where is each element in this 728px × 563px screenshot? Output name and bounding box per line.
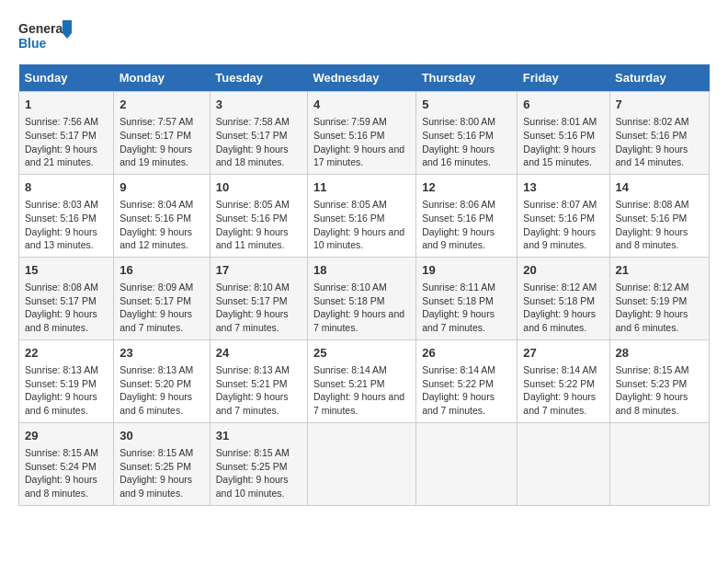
day-number: 30 bbox=[119, 428, 204, 444]
header-cell-sunday: Sunday bbox=[19, 64, 114, 92]
sunset-text: Sunset: 5:16 PM bbox=[523, 130, 595, 141]
calendar-cell: 9Sunrise: 8:04 AMSunset: 5:16 PMDaylight… bbox=[114, 174, 210, 257]
day-number: 20 bbox=[523, 262, 603, 279]
day-number: 11 bbox=[313, 179, 410, 196]
daylight-text: Daylight: 9 hours and 7 minutes. bbox=[216, 308, 289, 333]
calendar-cell: 5Sunrise: 8:00 AMSunset: 5:16 PMDaylight… bbox=[416, 92, 518, 175]
sunset-text: Sunset: 5:16 PM bbox=[616, 130, 688, 141]
daylight-text: Daylight: 9 hours and 9 minutes. bbox=[422, 226, 495, 251]
daylight-text: Daylight: 9 hours and 17 minutes. bbox=[313, 144, 404, 168]
day-number: 25 bbox=[313, 345, 410, 362]
sunset-text: Sunset: 5:16 PM bbox=[25, 213, 97, 224]
day-number: 26 bbox=[422, 345, 511, 362]
daylight-text: Daylight: 9 hours and 18 minutes. bbox=[216, 144, 289, 168]
day-number: 13 bbox=[523, 179, 603, 196]
sunset-text: Sunset: 5:17 PM bbox=[25, 295, 97, 306]
daylight-text: Daylight: 9 hours and 16 minutes. bbox=[422, 144, 495, 168]
day-number: 24 bbox=[216, 345, 301, 362]
calendar-cell: 13Sunrise: 8:07 AMSunset: 5:16 PMDayligh… bbox=[518, 174, 609, 257]
header-row: SundayMondayTuesdayWednesdayThursdayFrid… bbox=[19, 64, 710, 92]
day-number: 6 bbox=[523, 97, 603, 113]
day-number: 17 bbox=[216, 262, 301, 279]
sunrise-text: Sunrise: 8:13 AM bbox=[216, 364, 290, 375]
sunset-text: Sunset: 5:16 PM bbox=[313, 130, 385, 141]
calendar-cell: 1Sunrise: 7:56 AMSunset: 5:17 PMDaylight… bbox=[19, 92, 114, 175]
sunset-text: Sunset: 5:16 PM bbox=[422, 130, 494, 141]
sunrise-text: Sunrise: 8:12 AM bbox=[616, 282, 689, 293]
day-number: 5 bbox=[422, 97, 511, 113]
sunset-text: Sunset: 5:16 PM bbox=[313, 213, 385, 224]
sunrise-text: Sunrise: 8:11 AM bbox=[422, 282, 495, 293]
sunrise-text: Sunrise: 8:04 AM bbox=[119, 199, 193, 210]
sunrise-text: Sunrise: 8:14 AM bbox=[313, 364, 387, 375]
calendar-cell: 28Sunrise: 8:15 AMSunset: 5:23 PMDayligh… bbox=[609, 339, 710, 422]
sunrise-text: Sunrise: 8:15 AM bbox=[216, 447, 290, 458]
daylight-text: Daylight: 9 hours and 6 minutes. bbox=[119, 391, 192, 416]
day-number: 31 bbox=[216, 428, 301, 444]
header-cell-wednesday: Wednesday bbox=[307, 64, 415, 92]
calendar-cell: 6Sunrise: 8:01 AMSunset: 5:16 PMDaylight… bbox=[518, 92, 609, 175]
header-cell-tuesday: Tuesday bbox=[210, 64, 307, 92]
sunset-text: Sunset: 5:17 PM bbox=[119, 130, 191, 141]
calendar-cell: 20Sunrise: 8:12 AMSunset: 5:18 PMDayligh… bbox=[518, 257, 609, 339]
calendar-cell bbox=[416, 422, 518, 505]
sunrise-text: Sunrise: 8:05 AM bbox=[313, 199, 387, 210]
calendar-cell: 7Sunrise: 8:02 AMSunset: 5:16 PMDaylight… bbox=[609, 92, 710, 175]
calendar-cell: 14Sunrise: 8:08 AMSunset: 5:16 PMDayligh… bbox=[609, 174, 710, 257]
sunrise-text: Sunrise: 8:13 AM bbox=[25, 364, 98, 375]
daylight-text: Daylight: 9 hours and 21 minutes. bbox=[25, 144, 97, 168]
calendar-cell: 21Sunrise: 8:12 AMSunset: 5:19 PMDayligh… bbox=[609, 257, 710, 339]
sunset-text: Sunset: 5:19 PM bbox=[616, 295, 688, 306]
calendar-cell: 27Sunrise: 8:14 AMSunset: 5:22 PMDayligh… bbox=[518, 339, 609, 422]
sunset-text: Sunset: 5:19 PM bbox=[25, 378, 97, 389]
daylight-text: Daylight: 9 hours and 11 minutes. bbox=[216, 226, 289, 251]
sunset-text: Sunset: 5:16 PM bbox=[216, 213, 288, 224]
day-number: 21 bbox=[616, 262, 704, 279]
sunrise-text: Sunrise: 8:14 AM bbox=[422, 364, 495, 375]
daylight-text: Daylight: 9 hours and 7 minutes. bbox=[422, 391, 495, 416]
week-row-5: 29Sunrise: 8:15 AMSunset: 5:24 PMDayligh… bbox=[19, 422, 710, 505]
header-cell-saturday: Saturday bbox=[609, 64, 710, 92]
daylight-text: Daylight: 9 hours and 7 minutes. bbox=[313, 391, 404, 416]
daylight-text: Daylight: 9 hours and 9 minutes. bbox=[523, 226, 596, 251]
logo: General Blue bbox=[18, 18, 74, 55]
sunset-text: Sunset: 5:18 PM bbox=[523, 295, 595, 306]
sunrise-text: Sunrise: 8:06 AM bbox=[422, 199, 495, 210]
daylight-text: Daylight: 9 hours and 13 minutes. bbox=[25, 226, 97, 251]
sunrise-text: Sunrise: 8:05 AM bbox=[216, 199, 290, 210]
daylight-text: Daylight: 9 hours and 10 minutes. bbox=[313, 226, 404, 251]
sunrise-text: Sunrise: 7:57 AM bbox=[119, 116, 193, 127]
week-row-4: 22Sunrise: 8:13 AMSunset: 5:19 PMDayligh… bbox=[19, 339, 710, 422]
page-header: General Blue bbox=[18, 18, 710, 55]
sunrise-text: Sunrise: 7:56 AM bbox=[25, 116, 98, 127]
sunset-text: Sunset: 5:25 PM bbox=[119, 461, 191, 472]
sunrise-text: Sunrise: 8:15 AM bbox=[616, 364, 689, 375]
day-number: 10 bbox=[216, 179, 301, 196]
daylight-text: Daylight: 9 hours and 7 minutes. bbox=[216, 391, 289, 416]
calendar-cell: 23Sunrise: 8:13 AMSunset: 5:20 PMDayligh… bbox=[114, 339, 210, 422]
daylight-text: Daylight: 9 hours and 7 minutes. bbox=[313, 308, 404, 333]
sunset-text: Sunset: 5:21 PM bbox=[313, 378, 385, 389]
logo-svg: General Blue bbox=[18, 18, 74, 55]
day-number: 19 bbox=[422, 262, 511, 279]
calendar-cell: 3Sunrise: 7:58 AMSunset: 5:17 PMDaylight… bbox=[210, 92, 307, 175]
sunset-text: Sunset: 5:17 PM bbox=[216, 130, 288, 141]
daylight-text: Daylight: 9 hours and 6 minutes. bbox=[523, 308, 596, 333]
calendar-cell: 25Sunrise: 8:14 AMSunset: 5:21 PMDayligh… bbox=[307, 339, 415, 422]
sunrise-text: Sunrise: 8:02 AM bbox=[616, 116, 689, 127]
svg-text:General: General bbox=[18, 21, 66, 36]
week-row-1: 1Sunrise: 7:56 AMSunset: 5:17 PMDaylight… bbox=[19, 92, 710, 175]
daylight-text: Daylight: 9 hours and 19 minutes. bbox=[119, 144, 192, 168]
sunrise-text: Sunrise: 8:07 AM bbox=[523, 199, 597, 210]
sunrise-text: Sunrise: 8:08 AM bbox=[25, 282, 98, 293]
calendar-cell: 2Sunrise: 7:57 AMSunset: 5:17 PMDaylight… bbox=[114, 92, 210, 175]
daylight-text: Daylight: 9 hours and 8 minutes. bbox=[25, 308, 97, 333]
calendar-cell: 31Sunrise: 8:15 AMSunset: 5:25 PMDayligh… bbox=[210, 422, 307, 505]
sunrise-text: Sunrise: 8:01 AM bbox=[523, 116, 597, 127]
day-number: 4 bbox=[313, 97, 410, 113]
day-number: 16 bbox=[119, 262, 204, 279]
sunset-text: Sunset: 5:24 PM bbox=[25, 461, 97, 472]
calendar-cell: 26Sunrise: 8:14 AMSunset: 5:22 PMDayligh… bbox=[416, 339, 518, 422]
sunset-text: Sunset: 5:22 PM bbox=[422, 378, 494, 389]
day-number: 7 bbox=[616, 97, 704, 113]
